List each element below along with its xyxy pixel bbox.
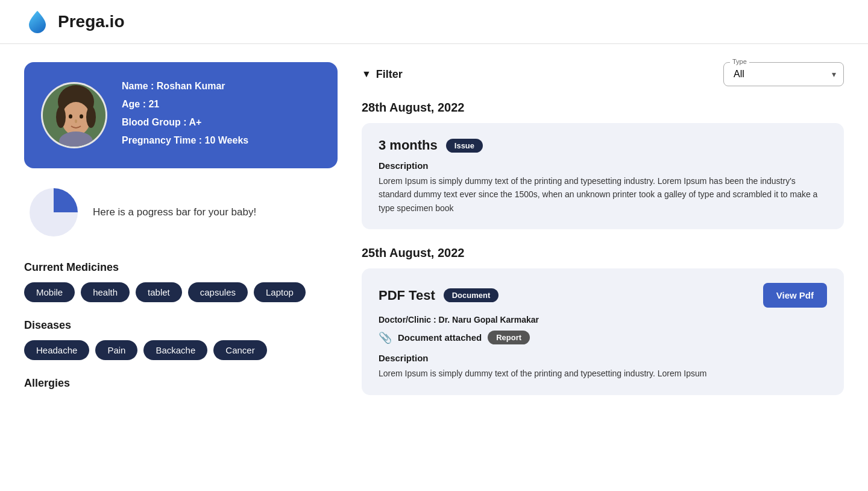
record-title-row: 3 monthsIssue xyxy=(379,138,483,153)
record-date: 28th August, 2022 xyxy=(362,101,844,115)
diseases-title: Diseases xyxy=(24,319,338,332)
record-title: PDF Test xyxy=(379,288,435,303)
profile-name: Name : Roshan Kumar xyxy=(122,79,248,93)
progress-section: Here is a pogress bar for your baby! xyxy=(24,185,338,239)
svg-point-8 xyxy=(86,106,96,128)
type-select[interactable]: AllIssueDocumentReport xyxy=(734,69,834,79)
svg-point-4 xyxy=(80,115,83,119)
allergies-title: Allergies xyxy=(24,377,338,390)
attachment-label: Document attached xyxy=(398,332,482,343)
record-date: 25th August, 2022 xyxy=(362,246,844,260)
medicine-tag: Mobile xyxy=(24,282,75,302)
attachment-badge: Report xyxy=(488,331,530,344)
disease-tag: Pain xyxy=(95,340,137,360)
filter-label: ▼ Filter xyxy=(362,68,403,81)
record-badge: Document xyxy=(444,288,499,302)
pregnancy-progress-chart xyxy=(27,185,81,239)
description-text: Lorem Ipsum is simply dummy text of the … xyxy=(379,174,827,215)
left-column: Name : Roshan Kumar Age : 21 Blood Group… xyxy=(24,62,338,415)
filter-bar: ▼ Filter Type AllIssueDocumentReport ▾ xyxy=(362,62,844,86)
record-header: PDF TestDocumentView Pdf xyxy=(379,283,827,308)
svg-point-2 xyxy=(61,102,90,136)
diseases-tags: HeadachePainBackacheCancer xyxy=(24,340,338,360)
medicine-tag: capsules xyxy=(188,282,248,302)
record-badge: Issue xyxy=(446,139,483,153)
medicine-tag: Laptop xyxy=(254,282,306,302)
record-title-row: PDF TestDocument xyxy=(379,288,498,303)
type-filter-wrapper[interactable]: Type AllIssueDocumentReport ▾ xyxy=(723,62,844,86)
filter-text: Filter xyxy=(376,68,403,81)
type-label: Type xyxy=(730,58,749,65)
medicines-title: Current Medicines xyxy=(24,261,338,274)
svg-point-7 xyxy=(56,106,66,128)
profile-card: Name : Roshan Kumar Age : 21 Blood Group… xyxy=(24,62,338,168)
logo-text: Prega.io xyxy=(58,12,124,31)
profile-pregnancy: Pregnancy Time : 10 Weeks xyxy=(122,133,248,148)
medicines-section: Current Medicines Mobilehealthtabletcaps… xyxy=(24,261,338,302)
filter-icon: ▼ xyxy=(362,69,371,80)
drop-icon xyxy=(24,8,51,35)
record-header: 3 monthsIssue xyxy=(379,138,827,153)
view-pdf-button[interactable]: View Pdf xyxy=(763,283,827,308)
record-card: PDF TestDocumentView PdfDoctor/Clinic : … xyxy=(362,268,844,394)
medicine-tag: tablet xyxy=(136,282,182,302)
header: Prega.io xyxy=(0,0,868,44)
right-column: ▼ Filter Type AllIssueDocumentReport ▾ 2… xyxy=(362,62,844,415)
diseases-section: Diseases HeadachePainBackacheCancer xyxy=(24,319,338,360)
profile-age: Age : 21 xyxy=(122,97,248,112)
profile-info: Name : Roshan Kumar Age : 21 Blood Group… xyxy=(122,79,248,151)
doctor-line: Doctor/Clinic : Dr. Naru Gopal Karmakar xyxy=(379,315,827,325)
disease-tag: Cancer xyxy=(213,340,266,360)
main-layout: Name : Roshan Kumar Age : 21 Blood Group… xyxy=(0,44,868,433)
allergies-section: Allergies xyxy=(24,377,338,398)
description-label: Description xyxy=(379,353,827,363)
medicine-tag: health xyxy=(81,282,130,302)
document-line: 📎Document attachedReport xyxy=(379,331,827,344)
svg-point-3 xyxy=(69,115,72,119)
description-text: Lorem Ipsum is simply dummy text of the … xyxy=(379,367,827,380)
records-container: 28th August, 20223 monthsIssueDescriptio… xyxy=(362,101,844,395)
profile-blood-group: Blood Group : A+ xyxy=(122,115,248,130)
medicines-tags: MobilehealthtabletcapsulesLaptop xyxy=(24,282,338,302)
avatar xyxy=(41,82,107,148)
paperclip-icon: 📎 xyxy=(379,331,392,344)
svg-point-5 xyxy=(75,119,77,123)
record-card: 3 monthsIssueDescriptionLorem Ipsum is s… xyxy=(362,123,844,229)
disease-tag: Backache xyxy=(143,340,207,360)
disease-tag: Headache xyxy=(24,340,89,360)
description-label: Description xyxy=(379,160,827,171)
record-title: 3 months xyxy=(379,138,438,153)
progress-text: Here is a pogress bar for your baby! xyxy=(93,204,256,220)
